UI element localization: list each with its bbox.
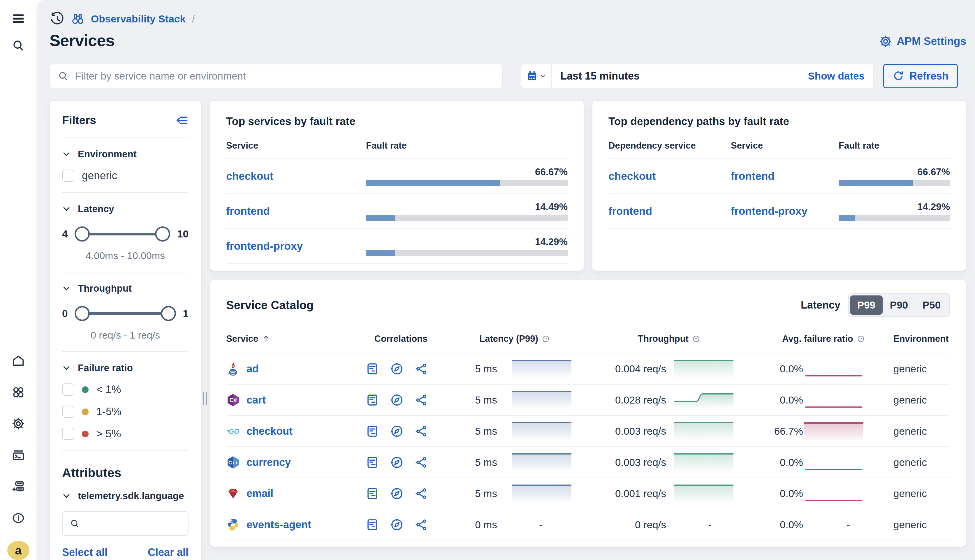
logs-correlation-button[interactable]	[365, 361, 380, 377]
home-icon[interactable]	[11, 353, 26, 368]
service-link[interactable]: checkout	[226, 170, 366, 182]
logs-icon	[366, 425, 379, 438]
latency-range-caption: 4.00ms - 10.00ms	[62, 250, 188, 262]
compass-icon	[390, 487, 404, 500]
dependency-service-link[interactable]: checkout	[608, 170, 731, 182]
service-link[interactable]: currency	[247, 456, 291, 468]
environment-section-header[interactable]: Environment	[62, 148, 188, 160]
logs-correlation-button[interactable]	[365, 423, 380, 439]
failure-option-mid[interactable]: 1-5%	[62, 406, 188, 418]
help-icon[interactable]: ?	[857, 335, 865, 343]
compass-correlation-button[interactable]	[389, 423, 405, 439]
trace-correlation-button[interactable]	[414, 423, 429, 439]
service-filter-input[interactable]	[75, 70, 495, 82]
compass-correlation-button[interactable]	[389, 392, 405, 408]
red-dot-icon	[82, 431, 88, 437]
compass-correlation-button[interactable]	[389, 455, 405, 470]
attribute-search-box[interactable]	[62, 511, 188, 536]
apps-icon[interactable]	[11, 385, 26, 400]
calendar-button[interactable]	[521, 64, 552, 88]
show-dates-link[interactable]: Show dates	[808, 70, 865, 82]
slider-handle-min[interactable]	[75, 227, 90, 242]
dependency-service-link[interactable]: frontend	[608, 205, 731, 217]
throughput-section-header[interactable]: Throughput	[62, 283, 188, 294]
top-dependencies-card: Top dependency paths by fault rate Depen…	[592, 100, 966, 271]
service-link[interactable]: frontend-proxy	[226, 240, 366, 252]
hamburger-menu-icon[interactable]	[11, 11, 26, 26]
percentile-p90[interactable]: P90	[883, 295, 915, 315]
logs-correlation-button[interactable]	[365, 455, 380, 470]
percentile-p99[interactable]: P99	[850, 295, 883, 315]
help-icon[interactable]: ?	[692, 335, 700, 343]
search-icon	[70, 518, 80, 529]
logs-icon	[366, 456, 379, 469]
compass-correlation-button[interactable]	[389, 486, 405, 501]
checkbox[interactable]	[62, 428, 74, 440]
attribute-group-header[interactable]: telemetry.sdk.language	[62, 490, 188, 502]
trace-correlation-button[interactable]	[414, 455, 429, 470]
failure-option-high[interactable]: > 5%	[62, 428, 188, 440]
throughput-value: 0.001 req/s	[615, 488, 666, 499]
latency-value: 5 ms	[475, 488, 497, 499]
compass-correlation-button[interactable]	[389, 517, 405, 532]
logs-correlation-button[interactable]	[365, 517, 380, 532]
collapse-filters-icon[interactable]	[175, 113, 188, 127]
panel-resize-handle[interactable]	[203, 392, 207, 405]
apm-settings-button[interactable]: APM Settings	[879, 35, 966, 48]
service-link[interactable]: events-agent	[247, 518, 311, 531]
search-icon[interactable]	[11, 38, 26, 53]
divider	[62, 138, 188, 138]
column-header-service[interactable]: Service	[226, 333, 357, 344]
compass-correlation-button[interactable]	[389, 361, 405, 377]
failure-option-low[interactable]: < 1%	[62, 383, 188, 396]
failure-ratio-section-header[interactable]: Failure ratio	[62, 362, 188, 373]
throughput-slider[interactable]	[75, 306, 176, 322]
help-icon[interactable]: ?	[542, 335, 550, 343]
environment-value: generic	[893, 394, 950, 406]
user-avatar[interactable]: a	[7, 541, 30, 560]
table-row: frontend14.49%	[226, 194, 568, 229]
service-link[interactable]: checkout	[247, 425, 293, 437]
service-link[interactable]: cart	[247, 394, 266, 406]
service-link[interactable]: frontend	[226, 205, 366, 217]
fault-rate-cell: 14.29%	[366, 236, 568, 256]
environment-option-generic[interactable]: generic	[62, 170, 188, 182]
breadcrumb-link[interactable]: Observability Stack	[91, 13, 186, 25]
failure-ratio-value: 0.0%	[780, 363, 803, 375]
checkbox[interactable]	[62, 406, 74, 418]
clear-all-link[interactable]: Clear all	[148, 546, 188, 558]
throughput-sparkline	[674, 391, 733, 409]
add-panel-icon[interactable]	[11, 479, 26, 494]
slider-handle-max[interactable]	[155, 227, 170, 242]
latency-slider[interactable]	[75, 226, 170, 242]
service-link[interactable]: frontend	[731, 170, 838, 182]
refresh-button[interactable]: Refresh	[883, 64, 958, 88]
percentile-p50[interactable]: P50	[915, 295, 948, 315]
checkbox[interactable]	[62, 383, 74, 396]
trace-correlation-button[interactable]	[414, 486, 429, 501]
trace-correlation-button[interactable]	[414, 392, 429, 408]
terminal-icon[interactable]	[11, 448, 26, 463]
chevron-down-icon	[540, 73, 546, 79]
latency-section-header[interactable]: Latency	[62, 203, 188, 215]
time-range-display[interactable]: Last 15 minutes Show dates	[552, 64, 873, 88]
history-icon[interactable]	[50, 12, 65, 27]
trace-correlation-button[interactable]	[414, 361, 429, 377]
environment-value: generic	[893, 519, 950, 530]
throughput-sparkline	[674, 422, 733, 440]
logs-correlation-button[interactable]	[365, 392, 380, 408]
column-header-service: Service	[226, 140, 366, 151]
trace-correlation-button[interactable]	[414, 517, 429, 532]
fault-rate-value: 66.67%	[917, 167, 950, 177]
service-link[interactable]: ad	[247, 363, 259, 375]
logs-correlation-button[interactable]	[365, 486, 380, 501]
slider-handle-min[interactable]	[75, 306, 90, 321]
chevron-down-icon	[62, 205, 71, 213]
info-icon[interactable]	[11, 510, 26, 526]
select-all-link[interactable]: Select all	[62, 546, 108, 558]
service-link[interactable]: email	[247, 487, 273, 500]
slider-handle-max[interactable]	[161, 306, 176, 321]
checkbox[interactable]	[62, 170, 74, 182]
service-link[interactable]: frontend-proxy	[731, 205, 838, 217]
settings-gear-icon[interactable]	[11, 416, 26, 431]
